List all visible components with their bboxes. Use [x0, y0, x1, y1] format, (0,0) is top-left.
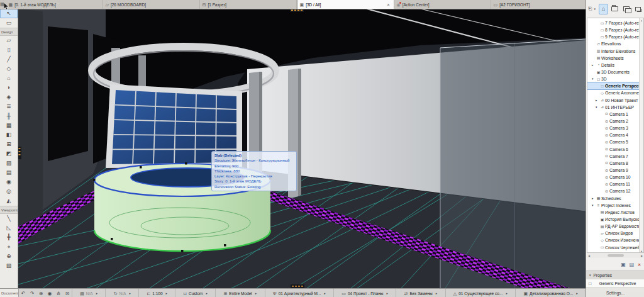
slab-tool[interactable]: [0, 64, 18, 74]
explore-button[interactable]: [54, 289, 63, 297]
skylight-tool[interactable]: [0, 149, 18, 159]
delete-button[interactable]: ×: [638, 262, 641, 267]
tree-item[interactable]: 3D Documents: [587, 69, 643, 76]
object-tool[interactable]: [0, 177, 18, 187]
tree-item[interactable]: Список Видов: [587, 230, 643, 237]
elevation-tool[interactable]: [0, 223, 18, 233]
tree-item[interactable]: Schedules: [587, 195, 643, 202]
folder-icon: [611, 6, 618, 11]
undo-button[interactable]: [19, 289, 28, 297]
shell-tool[interactable]: [0, 83, 18, 92]
project-chooser-icon[interactable]: ⎗: [588, 6, 592, 12]
scale-dropdown[interactable]: 1:100: [138, 289, 175, 297]
tree-item[interactable]: 7 Разрез (Auto-rebui: [587, 20, 643, 26]
orientation-dropdown[interactable]: N/A: [105, 289, 138, 297]
project-map-button[interactable]: ⌂: [599, 4, 608, 14]
scroll-thumb[interactable]: [608, 254, 624, 257]
tree-item[interactable]: 9 Разрез (Auto-rebui: [587, 33, 643, 40]
tree-item[interactable]: 01 ИНТЕРЬЕР: [587, 104, 643, 111]
camera-tool[interactable]: [0, 242, 18, 252]
tab-moodboard[interactable]: [26 MOODBOARD]: [103, 0, 200, 9]
tree-item[interactable]: Индекс Листов: [587, 209, 643, 216]
roof-tool[interactable]: [0, 74, 18, 83]
lamp-tool[interactable]: [0, 187, 18, 196]
fit-in-window-button[interactable]: [63, 289, 72, 297]
tree-item[interactable]: Interior Elevations: [587, 48, 643, 55]
section-tool[interactable]: [0, 214, 18, 223]
window-tool[interactable]: [0, 140, 18, 149]
tree-item[interactable]: Camera 2: [587, 118, 643, 125]
orbit-button[interactable]: [45, 289, 54, 297]
tree-item[interactable]: Details: [587, 62, 643, 69]
tree-item[interactable]: Project Indexes: [587, 202, 643, 209]
structure-display-dropdown[interactable]: Entire Model: [215, 289, 264, 297]
axonometry-tool[interactable]: [0, 252, 18, 261]
renovation-filter-dropdown[interactable]: Без Замены: [396, 289, 445, 297]
tree-vertical-scrollbar[interactable]: ▲▼: [639, 18, 643, 253]
tree-item[interactable]: Camera 3: [587, 125, 643, 132]
screen-view-options-dropdown[interactable]: 04 Проект - Планы: [333, 289, 396, 297]
tab-section[interactable]: [1 Разрез]: [200, 0, 297, 9]
layer-combination-dropdown[interactable]: 01 Архитектурный М...: [265, 289, 333, 297]
view-map-button[interactable]: [610, 4, 619, 14]
settings-button[interactable]: Settings...: [586, 288, 644, 297]
tree-item[interactable]: 00 Новая Траект: [587, 97, 643, 104]
scroll-left-icon[interactable]: ◀: [588, 254, 590, 257]
tree-item[interactable]: Camera 6: [587, 146, 643, 153]
tree-item[interactable]: Camera 5: [587, 138, 643, 145]
mesh-tool[interactable]: [0, 168, 18, 177]
fill-tool[interactable]: [0, 261, 18, 271]
tree-item[interactable]: Camera 7: [587, 153, 643, 160]
tree-item[interactable]: Camera 9: [587, 167, 643, 174]
story-dropdown[interactable]: N/A: [72, 289, 105, 297]
stair-tool[interactable]: [0, 102, 18, 111]
railing-tool[interactable]: [0, 111, 18, 121]
tree-item[interactable]: Worksheets: [587, 55, 643, 62]
zoom-in-button[interactable]: [36, 289, 45, 297]
tree-horizontal-scrollbar[interactable]: ◀ ▶: [587, 253, 644, 258]
clone-folder-button[interactable]: ▤: [630, 262, 635, 267]
morph-tool[interactable]: [0, 92, 18, 102]
glass-partition[interactable]: [440, 39, 586, 288]
3d-viewport[interactable]: Slab (Selected) Structure: Железобетон -…: [18, 9, 586, 288]
tree-item[interactable]: 3D: [587, 76, 643, 82]
opening-tool[interactable]: [0, 196, 18, 206]
tree-item[interactable]: 8 Разрез (Auto-rebui: [587, 26, 643, 33]
pen-set-dropdown[interactable]: Custom: [175, 289, 215, 297]
tree-item[interactable]: Camera 4: [587, 132, 643, 138]
zone-tool[interactable]: [0, 159, 18, 168]
interior-elevation-tool[interactable]: [0, 233, 18, 242]
tree-item[interactable]: Camera 12: [587, 188, 643, 194]
tree-item[interactable]: Список Чертежей: [587, 244, 643, 251]
column-tool[interactable]: [0, 45, 18, 55]
tab-3d[interactable]: [3D / All] ×: [297, 0, 394, 9]
tree-item[interactable]: Camera 8: [587, 160, 643, 167]
curtain-wall-tool[interactable]: [0, 121, 18, 130]
tree-item[interactable]: Generic Axonometry: [587, 89, 643, 96]
tree-item[interactable]: РД-АР Ведомость ра: [587, 223, 643, 230]
tab-floor-plan[interactable]: [0. 1-й этаж МОДЕЛЬ]: [6, 0, 103, 9]
beam-tool[interactable]: [0, 55, 18, 64]
new-viewpoint-button[interactable]: ▣: [621, 262, 626, 267]
renovation-status-dropdown[interactable]: 01 Существующее со...: [445, 289, 516, 297]
layout-book-button[interactable]: [621, 4, 631, 14]
tree-item[interactable]: Elevations: [587, 40, 643, 47]
scroll-right-icon[interactable]: ▶: [641, 254, 643, 257]
publisher-button[interactable]: [633, 4, 643, 14]
tab-action-center[interactable]: [Action Center]: [394, 0, 491, 9]
properties-header[interactable]: ▼ Properties: [586, 271, 644, 279]
tab-close-icon[interactable]: ×: [386, 3, 391, 7]
chevron-down-icon[interactable]: ▾: [594, 7, 596, 11]
model-view-options-dropdown[interactable]: Детализированная О...: [515, 289, 586, 297]
tree-item[interactable]: Generic Perspective: [587, 82, 643, 89]
tree-item[interactable]: Camera 1: [587, 111, 643, 118]
tab-layout[interactable]: [A2 ГОРИЗОНТ]: [491, 0, 588, 9]
tree-item[interactable]: История Выпусков: [587, 216, 643, 223]
wall-tool[interactable]: [0, 36, 18, 45]
tree-item[interactable]: Camera 11: [587, 181, 643, 188]
door-tool[interactable]: [0, 130, 18, 140]
tree-item[interactable]: Список Изменений: [587, 237, 643, 244]
tree-item[interactable]: Camera 10: [587, 174, 643, 181]
marquee-tool[interactable]: [0, 18, 18, 28]
redo-button[interactable]: [28, 289, 36, 297]
